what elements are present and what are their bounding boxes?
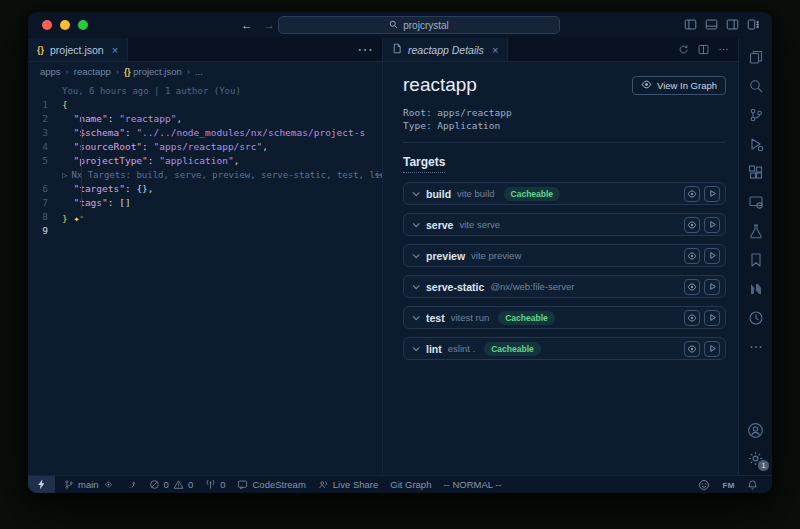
target-row-preview[interactable]: previewvite preview xyxy=(403,244,726,267)
run-target-icon[interactable]: ▷ xyxy=(62,168,67,182)
show-target-config-button[interactable] xyxy=(684,248,700,264)
chevron-down-icon[interactable] xyxy=(413,282,420,289)
breadcrumb-item-apps[interactable]: apps xyxy=(40,66,61,77)
tab-project-json[interactable]: {} project.json × xyxy=(28,38,128,61)
bookmarks-icon[interactable] xyxy=(748,252,764,268)
close-tab-icon[interactable]: × xyxy=(112,44,118,56)
show-target-config-button[interactable] xyxy=(684,310,700,326)
more-icon[interactable] xyxy=(748,339,764,355)
line-number: 2 xyxy=(28,112,62,126)
status-codestream[interactable]: CodeStream xyxy=(231,476,311,493)
target-command: vite preview xyxy=(471,250,521,261)
status-smiley[interactable] xyxy=(692,476,716,493)
line-number: 3 xyxy=(28,126,62,140)
target-row-serve-static[interactable]: serve-static@nx/web:file-server xyxy=(403,275,726,298)
maximize-window-button[interactable] xyxy=(78,20,88,30)
nx-lens-text[interactable]: Nx Targets: build, serve, preview, serve… xyxy=(71,168,382,182)
show-target-config-button[interactable] xyxy=(684,186,700,202)
refresh-button[interactable] xyxy=(678,41,689,59)
run-target-button[interactable] xyxy=(704,186,720,202)
target-name: lint xyxy=(426,343,442,355)
testing-icon[interactable] xyxy=(748,223,764,239)
tab-reactapp-details[interactable]: reactapp Details × xyxy=(383,38,508,61)
chevron-down-icon[interactable] xyxy=(413,344,420,351)
status-remote[interactable] xyxy=(28,476,55,493)
target-row-lint[interactable]: linteslint .Cacheable xyxy=(403,337,726,360)
run-target-button[interactable] xyxy=(704,310,720,326)
run-target-button[interactable] xyxy=(704,341,720,357)
settings-icon[interactable]: 1 xyxy=(747,450,764,467)
status-fm[interactable]: FM xyxy=(716,476,741,493)
customize-layout-button[interactable] xyxy=(747,18,760,31)
more-actions-icon[interactable]: ⋯ xyxy=(357,40,373,59)
chevron-down-icon[interactable] xyxy=(413,189,420,196)
close-tab-icon[interactable]: × xyxy=(492,44,498,56)
chevron-down-icon[interactable] xyxy=(413,313,420,320)
target-row-build[interactable]: buildvite buildCacheable xyxy=(403,182,726,205)
minimize-window-button[interactable] xyxy=(60,20,70,30)
status-bird[interactable] xyxy=(120,476,143,493)
run-target-button[interactable] xyxy=(704,248,720,264)
toggle-primary-sidebar-button[interactable] xyxy=(684,18,697,31)
toggle-panel-button[interactable] xyxy=(705,18,718,31)
chevron-down-icon[interactable] xyxy=(413,251,420,258)
run-target-button[interactable] xyxy=(704,217,720,233)
liveshare-icon xyxy=(318,479,329,490)
status-git-branch[interactable]: main xyxy=(58,476,120,493)
source-control-icon[interactable] xyxy=(748,107,764,123)
code-token xyxy=(62,183,73,194)
target-row-serve[interactable]: servevite serve xyxy=(403,213,726,236)
target-name: serve-static xyxy=(426,281,484,293)
view-in-graph-button[interactable]: View In Graph xyxy=(632,76,726,95)
git-branch-icon xyxy=(64,479,74,490)
target-row-test[interactable]: testvitest runCacheable xyxy=(403,306,726,329)
toggle-secondary-sidebar-button[interactable] xyxy=(726,18,739,31)
blame-text: You, 6 hours ago | 1 author (You) xyxy=(62,84,382,98)
code-editor[interactable]: You, 6 hours ago | 1 author (You)1{2 "na… xyxy=(28,80,382,475)
bird-icon xyxy=(126,480,137,490)
navigate-forward-button[interactable]: → xyxy=(263,18,275,32)
chevron-down-icon[interactable] xyxy=(413,220,420,227)
timeline-icon[interactable] xyxy=(748,310,764,326)
status-liveshare[interactable]: Live Share xyxy=(312,476,384,493)
code-line: 8} ✦✧ xyxy=(28,210,382,224)
status-git-graph[interactable]: Git Graph xyxy=(384,476,437,493)
remote-explorer-icon[interactable] xyxy=(748,194,764,210)
show-target-config-button[interactable] xyxy=(684,279,700,295)
desktop-background: ← → projcrystal {} project.json × xyxy=(0,0,800,529)
split-editor-button[interactable] xyxy=(698,41,709,59)
status-normal[interactable]: -- NORMAL -- xyxy=(437,476,507,493)
cacheable-badge: Cacheable xyxy=(484,342,541,356)
breadcrumb-item--[interactable]: ... xyxy=(195,66,203,77)
files-icon[interactable] xyxy=(748,49,764,65)
bell-icon xyxy=(747,479,758,491)
show-target-config-button[interactable] xyxy=(684,217,700,233)
breadcrumb-separator: › xyxy=(187,66,190,77)
warning-icon xyxy=(173,479,184,490)
navigate-back-button[interactable]: ← xyxy=(241,18,253,32)
nx-console-icon[interactable] xyxy=(748,281,764,297)
breadcrumb-item-reactapp[interactable]: reactapp xyxy=(74,66,111,77)
command-center-search[interactable]: projcrystal xyxy=(278,16,560,34)
extensions-icon[interactable] xyxy=(748,165,764,181)
run-and-debug-icon[interactable] xyxy=(748,136,764,152)
status-error[interactable]: 00 xyxy=(143,476,200,493)
line-content: } ✦✧ xyxy=(62,210,382,224)
status-broadcast[interactable]: 0 xyxy=(199,476,231,493)
code-token: "reactapp" xyxy=(119,113,176,124)
tab-bar-left: {} project.json × ⋯ xyxy=(28,38,382,62)
sash-handle[interactable] xyxy=(375,174,382,176)
status-bell[interactable] xyxy=(741,476,764,493)
show-target-config-button[interactable] xyxy=(684,341,700,357)
code-token xyxy=(62,127,73,138)
code-line: 1{ xyxy=(28,98,382,112)
run-target-button[interactable] xyxy=(704,279,720,295)
search-icon[interactable] xyxy=(748,78,764,94)
more-actions-button[interactable] xyxy=(718,41,729,59)
close-window-button[interactable] xyxy=(42,20,52,30)
account-icon[interactable] xyxy=(747,422,764,439)
breadcrumb-item-project-json[interactable]: {} project.json xyxy=(124,66,182,77)
line-number xyxy=(28,168,62,182)
code-token: "sourceRoot" xyxy=(73,141,142,152)
line-content: "sourceRoot": "apps/reactapp/src", xyxy=(62,140,382,154)
